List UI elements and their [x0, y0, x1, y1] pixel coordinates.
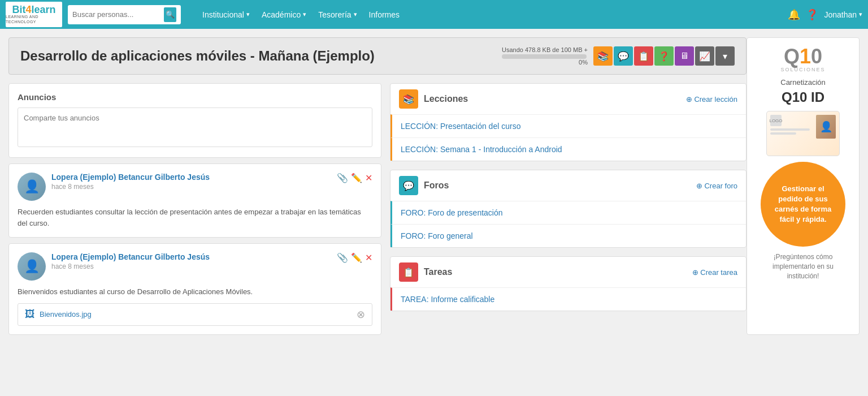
q10-logo: Q10 — [784, 46, 822, 67]
nav-institucional[interactable]: Institucional ▾ — [198, 7, 254, 22]
announcement-author[interactable]: Lopera (Ejemplo) Betancur Gilberto Jesús — [51, 173, 210, 182]
file-close-icon[interactable]: ⊗ — [357, 308, 365, 321]
logo-subtitle: LEARNING AND TECHNOLOGY — [6, 15, 62, 24]
app-logo[interactable]: Bit4learn LEARNING AND TECHNOLOGY — [6, 2, 62, 27]
lecciones-icon: 📚 — [399, 89, 418, 109]
create-foro-link[interactable]: ⊕ Crear foro — [696, 182, 737, 190]
chat-icon-button[interactable]: 💬 — [614, 46, 633, 66]
plus-icon: ⊕ — [692, 268, 698, 277]
list-item[interactable]: FORO: Foro de presentación — [390, 201, 746, 224]
lecciones-title-area: 📚 Lecciones — [399, 89, 468, 109]
chevron-down-icon: ▾ — [303, 11, 306, 18]
file-info: 🖼 Bienvenidos.jpg — [25, 308, 92, 320]
q10-soluciones: SOLUCIONES — [780, 67, 825, 72]
nav-tesoreria[interactable]: Tesorería ▾ — [314, 7, 361, 22]
nav-right: 🔔 ❓ Jonathan ▾ — [788, 8, 862, 21]
orange-circle-text: Gestionar el pedido de sus carnés de for… — [769, 184, 837, 225]
search-input[interactable] — [72, 10, 161, 19]
create-leccion-link[interactable]: ⊕ Crear lección — [686, 95, 737, 104]
chevron-down-icon: ▾ — [859, 11, 862, 18]
navbar: Bit4learn LEARNING AND TECHNOLOGY 🔍 Inst… — [0, 0, 868, 29]
search-button[interactable]: 🔍 — [164, 7, 176, 22]
username-label: Jonathan — [824, 10, 857, 19]
nav-academico[interactable]: Académico ▾ — [257, 7, 311, 22]
header-icons: 📚 💬 📋 ❓ 🖥 📈 ▾ — [593, 46, 735, 66]
announcement-card: 👤 Lopera (Ejemplo) Betancur Gilberto Jes… — [8, 163, 381, 238]
storage-bar — [502, 54, 587, 59]
main-container: Desarrollo de aplicaciones móviles - Mañ… — [0, 29, 868, 343]
file-icon: 🖼 — [25, 308, 35, 320]
list-item[interactable]: LECCIÓN: Presentación del curso — [390, 114, 746, 137]
announcement-actions: 📎 ✏️ ✕ — [337, 173, 372, 183]
orange-circle: Gestionar el pedido de sus carnés de for… — [761, 162, 845, 247]
plus-icon: ⊕ — [696, 182, 702, 190]
id-card-photo: 👤 — [816, 115, 836, 139]
anuncios-textarea[interactable] — [18, 107, 372, 147]
ad-footer: ¡Pregúntenos cómo implementarlo en su in… — [756, 252, 850, 281]
notification-icon[interactable]: 🔔 — [788, 8, 800, 21]
list-item[interactable]: FORO: Foro general — [390, 224, 746, 247]
attach-icon[interactable]: 📎 — [337, 173, 348, 183]
logo-text: Bit4learn — [12, 5, 55, 15]
help-icon[interactable]: ❓ — [806, 8, 818, 21]
chart-icon-button[interactable]: 📈 — [695, 46, 714, 66]
tareas-icon: 📋 — [399, 262, 418, 282]
id-card-line — [770, 128, 810, 131]
foros-icon: 💬 — [399, 176, 418, 195]
storage-label: Usando 478.8 KB de 100 MB — [502, 46, 582, 53]
tareas-title-area: 📋 Tareas — [399, 262, 452, 282]
announcement-header: 👤 Lopera (Ejemplo) Betancur Gilberto Jes… — [18, 252, 372, 281]
create-tarea-link[interactable]: ⊕ Crear tarea — [692, 268, 737, 277]
list-icon-button[interactable]: 📋 — [634, 46, 653, 66]
question-icon-button[interactable]: ❓ — [654, 46, 674, 66]
right-column: 📚 Lecciones ⊕ Crear lección LECCIÓN: Pre… — [390, 83, 747, 335]
announcement-meta: Lopera (Ejemplo) Betancur Gilberto Jesús… — [51, 173, 331, 191]
ad-logo-area: Q10 SOLUCIONES — [780, 46, 825, 72]
id-card-preview: LOGO 👤 — [766, 111, 840, 156]
anuncios-section: Anuncios — [8, 83, 381, 158]
announcement-actions: 📎 ✏️ ✕ — [337, 252, 372, 263]
attach-icon[interactable]: 📎 — [337, 252, 348, 263]
left-column: Anuncios 👤 Lopera (Ejemplo) Betancur Gil… — [8, 83, 381, 335]
ad-title-big: Q10 ID — [782, 89, 824, 105]
plus-icon: ⊕ — [686, 95, 692, 104]
list-item[interactable]: LECCIÓN: Semana 1 - Introducción a Andro… — [390, 137, 746, 161]
foros-title: Foros — [424, 180, 449, 191]
content-area: Desarrollo de aplicaciones móviles - Mañ… — [8, 37, 747, 335]
nav-informes[interactable]: Informes — [364, 7, 404, 22]
page-header: Desarrollo de aplicaciones móviles - Mañ… — [8, 37, 747, 75]
two-col-layout: Anuncios 👤 Lopera (Ejemplo) Betancur Gil… — [8, 83, 747, 335]
chevron-down-icon: ▾ — [246, 11, 250, 18]
header-right: Usando 478.8 KB de 100 MB + 0% 📚 💬 📋 ❓ 🖥… — [502, 46, 735, 66]
tareas-section: 📋 Tareas ⊕ Crear tarea TAREA: Informe ca… — [390, 256, 747, 311]
chevron-down-icon: ▾ — [354, 11, 357, 18]
sidebar-ad: Q10 SOLUCIONES Carnetización Q10 ID LOGO… — [747, 37, 860, 335]
foros-title-area: 💬 Foros — [399, 176, 449, 195]
page-title: Desarrollo de aplicaciones móviles - Mañ… — [20, 48, 375, 64]
user-menu[interactable]: Jonathan ▾ — [824, 10, 862, 19]
avatar: 👤 — [18, 173, 46, 201]
storage-plus: + — [584, 46, 588, 53]
book-icon-button[interactable]: 📚 — [593, 46, 613, 66]
announcement-body: Bienvenidos estudiantes al curso de Desa… — [18, 286, 372, 298]
lecciones-section: 📚 Lecciones ⊕ Crear lección LECCIÓN: Pre… — [390, 83, 747, 161]
edit-icon[interactable]: ✏️ — [351, 173, 362, 183]
edit-icon[interactable]: ✏️ — [351, 252, 362, 263]
ad-subtitle: Carnetización — [780, 78, 826, 87]
id-card-logo-placeholder: LOGO — [770, 115, 782, 126]
announcement-author[interactable]: Lopera (Ejemplo) Betancur Gilberto Jesús — [51, 252, 210, 261]
desktop-icon-button[interactable]: 🖥 — [675, 46, 694, 66]
nav-links: Institucional ▾ Académico ▾ Tesorería ▾ … — [186, 7, 782, 22]
delete-icon[interactable]: ✕ — [365, 173, 372, 183]
storage-info: Usando 478.8 KB de 100 MB + 0% — [502, 46, 588, 66]
announcement-meta: Lopera (Ejemplo) Betancur Gilberto Jesús… — [51, 252, 331, 270]
file-name-link[interactable]: Bienvenidos.jpg — [40, 310, 92, 318]
announcement-time: hace 8 meses — [51, 183, 331, 191]
list-item[interactable]: TAREA: Informe calificable — [390, 287, 746, 311]
announcement-body: Recuerden estudiantes consultar la lecci… — [18, 206, 372, 229]
tareas-title: Tareas — [424, 267, 452, 277]
foros-section: 💬 Foros ⊕ Crear foro FORO: Foro de prese… — [390, 170, 747, 248]
more-icon-button[interactable]: ▾ — [715, 46, 735, 66]
delete-icon[interactable]: ✕ — [365, 252, 372, 263]
foros-header: 💬 Foros ⊕ Crear foro — [390, 170, 746, 201]
